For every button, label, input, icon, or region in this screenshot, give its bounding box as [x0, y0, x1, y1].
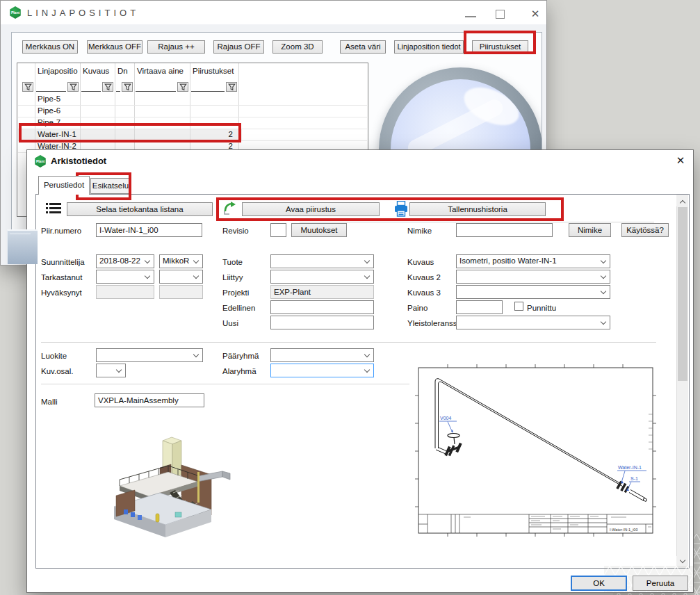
luokite-combo[interactable]	[96, 348, 203, 362]
tarkastanut-user-combo[interactable]	[159, 270, 203, 284]
field-label-yleistoleranssi: Yleistoleranssi	[407, 318, 459, 328]
field-label-tarkastanut: Tarkastanut	[41, 272, 82, 282]
piirustukset-button[interactable]: Piirustukset	[472, 40, 528, 54]
merkkaus-off-button[interactable]: Merkkaus OFF	[87, 40, 143, 54]
filter-funnel-button[interactable]	[122, 82, 133, 92]
table-row-selected[interactable]: Water-IN-1	[38, 130, 76, 138]
filter-funnel-button[interactable]	[177, 82, 188, 92]
table-row[interactable]: Pipe-6	[38, 106, 60, 115]
close-icon[interactable]: ✕	[672, 154, 689, 168]
printer-icon[interactable]	[394, 201, 408, 217]
desktop: Plant LINJAPOSITIOT ✕ Merkkaus ON Merkka…	[0, 0, 700, 595]
model-3d-preview	[93, 432, 263, 550]
rajaus-plus-button[interactable]: Rajaus ++	[147, 40, 205, 54]
linjaposition-tiedot-button[interactable]: Linjaposition tiedot	[394, 40, 464, 54]
field-label-uusi: Uusi	[222, 318, 238, 328]
revisio-input[interactable]	[270, 223, 286, 237]
tab-esikatselu[interactable]: Esikatselu	[90, 178, 131, 194]
close-icon[interactable]: ✕	[528, 6, 543, 22]
table-row[interactable]: Pipe-5	[38, 95, 60, 103]
column-header[interactable]: Linjapositio	[38, 67, 78, 75]
hyvaksynyt-user-field	[159, 285, 203, 299]
avaa-piirustus-button[interactable]: Avaa piirustus	[242, 202, 380, 216]
muutokset-button[interactable]: Muutokset	[291, 223, 347, 237]
scroll-down-button[interactable]	[676, 556, 688, 568]
maximize-button[interactable]	[496, 10, 505, 19]
liittyy-combo[interactable]	[270, 270, 374, 284]
list-view-icon[interactable]	[46, 202, 61, 215]
peruuta-button[interactable]: Peruuta	[633, 576, 688, 591]
suunnittelija-date-combo[interactable]: 2018-08-22	[96, 254, 154, 268]
tab-perustiedot[interactable]: Perustiedot	[38, 176, 90, 195]
filter-cell	[134, 81, 190, 93]
field-label-kuvaus3: Kuvaus 3	[407, 288, 441, 298]
minimize-button[interactable]	[465, 16, 476, 17]
row-drawing-count: 2	[190, 130, 233, 138]
tallennushistoria-button[interactable]: Tallennushistoria	[409, 202, 546, 216]
suunnittelija-user-combo[interactable]: MikkoR	[159, 254, 203, 268]
field-label-kuvaus2: Kuvaus 2	[407, 272, 441, 282]
kuv-osal-combo[interactable]	[96, 364, 126, 377]
checkbox-label-punnittu: Punnittu	[527, 303, 556, 313]
field-label-tuote: Tuote	[222, 257, 243, 267]
column-header[interactable]: Dn	[117, 67, 128, 75]
arkistotiedot-dialog: Plant Arkistotiedot ✕ Perustiedot Esikat…	[26, 149, 694, 593]
linjapositiot-titlebar[interactable]: Plant LINJAPOSITIOT ✕	[1, 1, 546, 24]
dialog-title: Arkistotiedot	[51, 156, 106, 166]
nimike-button[interactable]: Nimike	[569, 223, 611, 237]
plant-logo-icon: Plant	[9, 6, 22, 19]
window-corner-artifact	[7, 229, 38, 264]
filter-funnel-button[interactable]	[226, 82, 237, 92]
field-label-liittyy: Liittyy	[222, 272, 243, 282]
paaryhma-combo[interactable]	[270, 348, 374, 362]
filter-funnel-button[interactable]	[102, 82, 113, 92]
field-label-luokite: Luokite	[41, 351, 67, 361]
nimike-input[interactable]	[456, 223, 553, 237]
malli-input[interactable]: VXPLA-MainAssembly	[95, 393, 204, 407]
table-row[interactable]: Pipe-7	[38, 118, 60, 127]
field-label-malli: Malli	[41, 397, 58, 407]
field-label-alaryhma: Alaryhmä	[222, 366, 257, 376]
kuvaus2-combo[interactable]	[456, 270, 610, 284]
yleistoleranssi-combo[interactable]	[456, 316, 610, 329]
scrollbar-thumb[interactable]	[678, 207, 687, 381]
drawing-label-support: S-1	[630, 476, 638, 481]
field-label-revisio: Revisio	[222, 226, 249, 236]
edellinen-input[interactable]	[270, 300, 374, 314]
column-header[interactable]: Kuvaus	[83, 67, 109, 75]
filter-cell	[190, 81, 238, 93]
kuvaus-combo[interactable]: Isometri, positio Water-IN-1	[456, 254, 610, 268]
field-label-hyvaksynyt: Hyväksynyt	[41, 288, 82, 298]
column-header[interactable]: Piirustukset	[193, 67, 234, 75]
aseta-vari-button[interactable]: Aseta väri	[340, 40, 386, 54]
kuvaus3-combo[interactable]	[456, 285, 610, 299]
piir-numero-input[interactable]: I-Water-IN-1_i00	[96, 223, 202, 237]
rajaus-off-button[interactable]: Rajaus OFF	[213, 40, 264, 54]
zoom-3d-button[interactable]: Zoom 3D	[272, 40, 323, 54]
tuote-combo[interactable]	[270, 254, 374, 268]
field-label-piir-numero: Piir.numero	[41, 226, 81, 236]
field-label-suunnittelija: Suunnittelija	[41, 257, 85, 267]
isometric-drawing: I-Water-IN-1_i00 V004	[409, 350, 666, 557]
tarkastanut-date-combo[interactable]	[96, 270, 154, 284]
field-label-edellinen: Edellinen	[222, 303, 255, 313]
filter-cell	[80, 81, 115, 93]
filter-funnel-button[interactable]	[67, 82, 79, 92]
ok-button[interactable]: OK	[571, 576, 627, 591]
plant-3d-thumbnail	[93, 432, 263, 550]
column-header[interactable]: Virtaava aine	[137, 67, 184, 75]
field-label-nimike: Nimike	[407, 226, 432, 236]
scroll-up-button[interactable]	[676, 195, 688, 206]
selaa-tietokantaa-button[interactable]: Selaa tietokantaa listana	[67, 202, 213, 216]
alaryhma-combo-focused[interactable]	[270, 364, 374, 377]
punnittu-checkbox[interactable]	[514, 302, 523, 311]
field-label-paino: Paino	[407, 303, 428, 313]
filter-funnel-button[interactable]	[22, 82, 33, 92]
filter-cell	[115, 81, 134, 93]
open-drawing-icon[interactable]	[222, 202, 236, 216]
kaytossa-button[interactable]: Käytössä?	[621, 223, 669, 237]
merkkaus-on-button[interactable]: Merkkaus ON	[22, 40, 78, 54]
plant-logo-icon: Plant	[34, 155, 47, 168]
paino-input[interactable]	[456, 300, 503, 314]
uusi-input[interactable]	[270, 316, 374, 329]
